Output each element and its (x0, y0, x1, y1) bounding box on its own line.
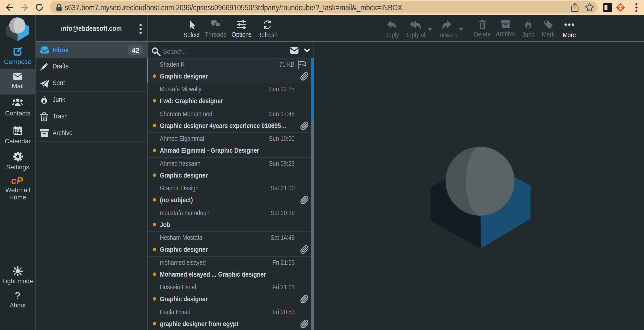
svg-text:cP: cP (11, 176, 23, 186)
